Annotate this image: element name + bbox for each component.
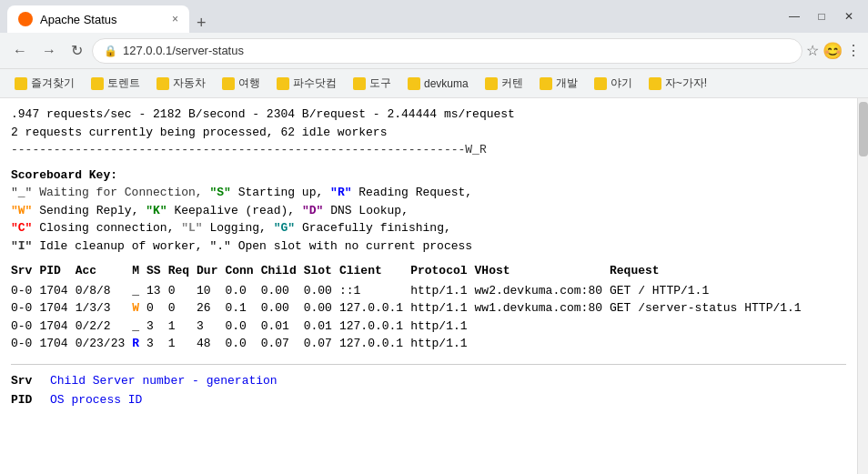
cell-protocol: http/1.1 [410,318,474,336]
cell-slot: 0.00 [304,299,339,318]
bm-auto[interactable]: 자동차 [149,74,213,93]
bm-fasu[interactable]: 파수닷컴 [269,74,344,93]
tab-title: Apache Status [40,13,165,26]
scoreboard-key: Scoreboard Key: "_" Waiting for Connecti… [11,166,846,256]
bookmark-label: 자동차 [173,76,206,91]
url-text: 127.0.0.1/server-status [123,44,791,57]
forward-button[interactable]: → [36,39,62,63]
bm-etc[interactable]: 자~가자! [641,74,714,93]
cell-request [610,318,809,336]
footer-section: Srv Child Server number - generation PID… [11,364,846,409]
footer-row-pid: PID OS process ID [11,391,846,409]
url-bar[interactable]: 🔒 127.0.0.1/server-status [92,38,802,64]
bm-devkuma[interactable]: devkuma [400,76,476,92]
cell-conn: 0.0 [225,282,260,300]
bm-favorites[interactable]: 즐겨찾기 [7,74,82,93]
close-tab-button[interactable]: × [172,13,178,25]
cell-dur: 10 [197,282,225,300]
browser-menu-button[interactable]: ⋮ [846,42,861,59]
cell-vhost [475,335,610,353]
bookmark-label: 파수닷컴 [293,76,337,91]
cell-vhost: ww1.devkuma.com:80 [475,299,610,318]
bm-tools[interactable]: 도구 [346,74,399,93]
bm-torrent[interactable]: 토렌트 [84,74,147,93]
cell-acc: 0/23/23 [76,335,133,353]
cell-client: 127.0.0.1 [339,335,410,353]
scrollbar-thumb[interactable] [859,102,868,156]
cell-req: 1 [168,318,197,336]
bookmark-folder-icon [485,77,498,90]
bookmark-label: 야기 [611,76,632,91]
scoreboard-line1: "_" Waiting for Connection, "S" Starting… [11,184,846,202]
emoji-button[interactable]: 😊 [823,41,843,61]
bookmark-label: 즐겨찾기 [31,76,75,91]
bookmark-folder-icon [649,77,661,90]
cell-srv: 0-0 [11,282,39,300]
cell-child: 0.07 [261,335,304,353]
cell-protocol: http/1.1 [410,299,474,318]
bookmark-label: 자~가자! [665,76,707,91]
th-request: Request [610,262,809,282]
scoreboard-line3: "C" Closing connection, "L" Logging, "G"… [11,219,846,237]
cell-srv: 0-0 [11,299,39,318]
cell-ss: 0 [146,299,168,318]
bookmark-label: 여행 [238,76,260,91]
bookmark-folder-icon [15,77,27,90]
cell-conn: 0.0 [225,335,260,353]
cell-request: GET /server-status HTTP/1.1 [610,299,809,318]
bm-curtain[interactable]: 커텐 [478,74,530,93]
footer-row-srv: Srv Child Server number - generation [11,372,846,390]
minimize-button[interactable]: — [782,8,806,25]
bookmark-star-button[interactable]: ☆ [806,42,819,59]
cell-req: 0 [168,299,197,318]
stats-line: .947 requests/sec - 2182 B/second - 2304… [11,106,846,124]
th-dur: Dur [197,262,225,282]
bookmark-label: 토렌트 [107,76,140,91]
server-status-table: Srv PID Acc M SS Req Dur Conn Child Slot… [11,262,809,353]
cell-request [610,335,809,353]
maximize-button[interactable]: □ [810,8,833,25]
cell-child: 0.01 [261,318,304,336]
cell-client: ::1 [339,282,410,300]
cell-conn: 0.0 [225,318,260,336]
bookmark-label: 개발 [556,76,578,91]
bookmark-folder-icon [91,77,104,90]
separator-line: ----------------------------------------… [11,141,846,159]
cell-conn: 0.1 [225,299,260,318]
table-row: 0-017040/2/2_3130.00.010.01127.0.0.1http… [11,318,809,336]
back-button[interactable]: ← [7,39,33,63]
tab-area: Apache Status × + [7,0,775,33]
bookmark-folder-icon [408,77,420,90]
th-client: Client [339,262,410,282]
cell-pid: 1704 [39,282,75,300]
table-row: 0-017040/8/8_130100.00.000.00::1http/1.1… [11,282,809,300]
cell-m: _ [132,282,146,300]
th-pid: PID [39,262,75,282]
active-tab[interactable]: Apache Status × [7,5,189,33]
titlebar: Apache Status × + — □ ✕ [0,0,868,33]
cell-req: 0 [168,282,197,300]
new-tab-button[interactable]: + [197,14,207,33]
bookmark-folder-icon [540,77,552,90]
bookmark-folder-icon [594,77,607,90]
cell-slot: 0.07 [304,335,339,353]
close-window-button[interactable]: ✕ [837,8,861,25]
bm-travel[interactable]: 여행 [215,74,267,93]
main-content[interactable]: .947 requests/sec - 2182 B/second - 2304… [0,98,857,474]
refresh-button[interactable]: ↻ [66,38,88,63]
bookmarks-bar: 즐겨찾기토렌트자동차여행파수닷컴도구devkuma커텐개발야기자~가자! [0,69,868,98]
bm-story[interactable]: 야기 [587,74,640,93]
th-slot: Slot [304,262,339,282]
scoreboard-line4: "I" Idle cleanup of worker, "." Open slo… [11,237,846,256]
cell-m: _ [132,318,146,336]
scrollbar-track[interactable] [857,98,868,474]
cell-slot: 0.01 [304,318,339,336]
cell-child: 0.00 [261,282,304,300]
cell-req: 1 [168,335,197,353]
th-child: Child [261,262,304,282]
cell-acc: 0/2/2 [76,318,133,336]
addressbar: ← → ↻ 🔒 127.0.0.1/server-status ☆ 😊 ⋮ [0,33,868,69]
cell-client: 127.0.0.1 [339,299,410,318]
bm-dev[interactable]: 개발 [532,74,585,93]
cell-acc: 1/3/3 [76,299,133,318]
